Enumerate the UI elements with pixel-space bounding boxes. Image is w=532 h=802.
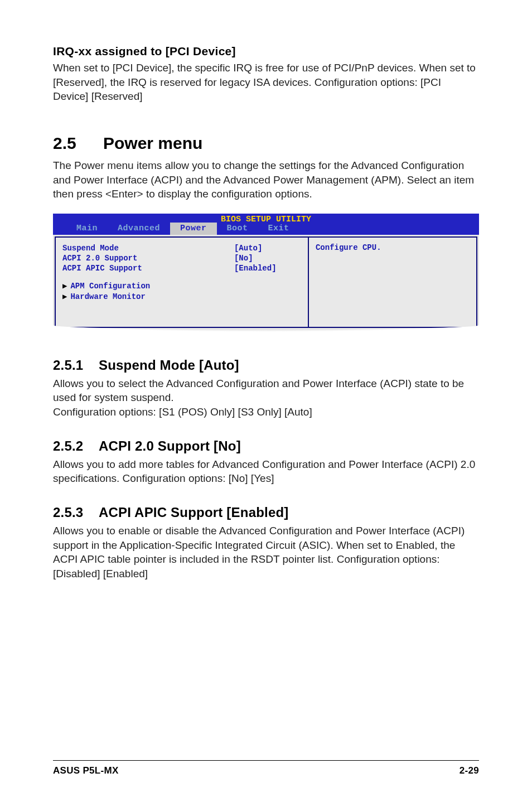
subsection-name: ACPI APIC Support [Enabled] xyxy=(99,505,289,520)
irq-heading: IRQ-xx assigned to [PCI Device] xyxy=(53,45,479,58)
subsection-2-5-3-title: 2.5.3ACPI APIC Support [Enabled] xyxy=(53,505,479,520)
bios-sub-label: APM Configuration xyxy=(70,282,150,291)
bios-label: ACPI APIC Support xyxy=(62,263,234,273)
bios-tab-exit[interactable]: Exit xyxy=(258,223,299,235)
page-footer: ASUS P5L-MX 2-29 xyxy=(53,760,479,776)
subsection-2-5-1-body2: Configuration options: [S1 (POS) Only] [… xyxy=(53,405,479,419)
triangle-icon: ▶ xyxy=(62,292,67,301)
bios-submenus: ▶APM Configuration ▶Hardware Monitor xyxy=(62,281,301,301)
footer-right: 2-29 xyxy=(460,765,479,776)
subsection-number: 2.5.3 xyxy=(53,505,99,520)
section-name: Power menu xyxy=(103,134,202,152)
bios-sub-apm[interactable]: ▶APM Configuration xyxy=(62,281,301,291)
bios-label: Suspend Mode xyxy=(62,243,234,253)
bios-label: ACPI 2.0 Support xyxy=(62,253,234,263)
bios-help-panel: Configure CPU. xyxy=(308,236,477,328)
subsection-number: 2.5.1 xyxy=(53,357,99,373)
bios-row-acpi-apic[interactable]: ACPI APIC Support [Enabled] xyxy=(62,263,301,273)
subsection-2-5-3-body: Allows you to enable or disable the Adva… xyxy=(53,524,479,581)
bios-tab-advanced[interactable]: Advanced xyxy=(108,223,170,235)
footer-left: ASUS P5L-MX xyxy=(53,765,119,776)
subsection-number: 2.5.2 xyxy=(53,438,99,454)
bios-body: Suspend Mode [Auto] ACPI 2.0 Support [No… xyxy=(53,235,479,330)
subsection-2-5-1-body1: Allows you to select the Advanced Config… xyxy=(53,376,479,405)
bios-help-text: Configure CPU. xyxy=(316,243,381,252)
bios-row-suspend[interactable]: Suspend Mode [Auto] xyxy=(62,243,301,253)
subsection-name: Suspend Mode [Auto] xyxy=(99,357,239,373)
bios-title: BIOS SETUP UTILITY xyxy=(53,215,479,224)
triangle-icon: ▶ xyxy=(62,282,67,291)
subsection-name: ACPI 2.0 Support [No] xyxy=(99,438,241,453)
bios-value: [Enabled] xyxy=(234,263,301,273)
bios-header: BIOS SETUP UTILITY Main Advanced Power B… xyxy=(53,214,479,235)
section-2-5-body: The Power menu items allow you to change… xyxy=(53,158,479,201)
bios-screenshot: BIOS SETUP UTILITY Main Advanced Power B… xyxy=(53,214,479,330)
bios-value: [No] xyxy=(234,253,301,263)
section-number: 2.5 xyxy=(53,134,103,153)
section-2-5-title: 2.5Power menu xyxy=(53,134,479,153)
bios-tab-main[interactable]: Main xyxy=(66,223,108,235)
irq-body: When set to [PCI Device], the specific I… xyxy=(53,61,479,104)
subsection-2-5-1-title: 2.5.1Suspend Mode [Auto] xyxy=(53,357,479,373)
subsection-2-5-2-title: 2.5.2ACPI 2.0 Support [No] xyxy=(53,438,479,454)
bios-row-acpi20[interactable]: ACPI 2.0 Support [No] xyxy=(62,253,301,263)
bios-tab-boot[interactable]: Boot xyxy=(217,223,258,235)
bios-sub-hwmon[interactable]: ▶Hardware Monitor xyxy=(62,292,301,302)
bios-sub-label: Hardware Monitor xyxy=(70,292,145,301)
bios-tab-power[interactable]: Power xyxy=(170,223,217,235)
bios-value: [Auto] xyxy=(234,243,301,253)
subsection-2-5-2-body: Allows you to add more tables for Advanc… xyxy=(53,457,479,486)
bios-left-panel: Suspend Mode [Auto] ACPI 2.0 Support [No… xyxy=(55,236,308,328)
